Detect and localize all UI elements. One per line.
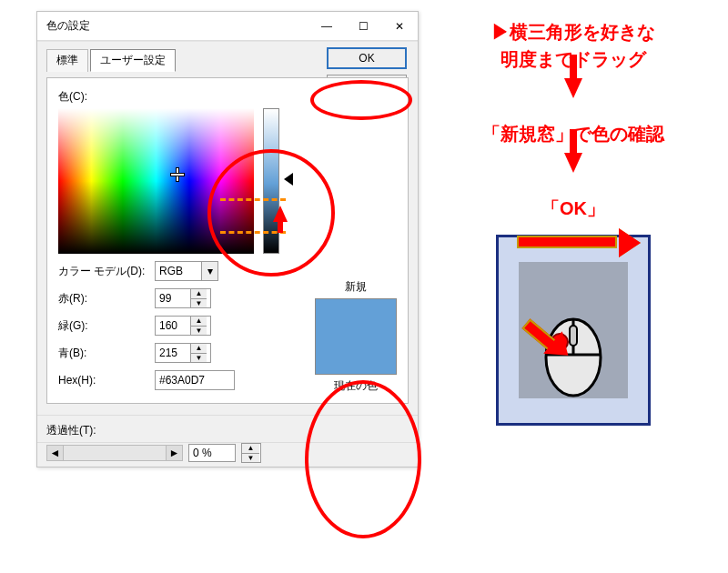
blue-stepper[interactable]: ▲▼ xyxy=(155,343,211,363)
close-icon: ✕ xyxy=(395,20,404,33)
tab-standard[interactable]: 標準 xyxy=(46,49,88,72)
transparency-controls: ◄ ► 0 % ▲▼ xyxy=(37,442,418,467)
color-model-label: カラー モデル(D): xyxy=(58,264,149,279)
new-label: 新規 xyxy=(315,279,397,295)
red-input[interactable] xyxy=(156,289,190,307)
green-label: 緑(G): xyxy=(58,318,149,334)
ok-button[interactable]: OK xyxy=(327,47,407,69)
mouse-diagram xyxy=(496,235,651,426)
titlebar: 色の設定 — ☐ ✕ xyxy=(37,12,418,41)
chevron-down-icon: ▾ xyxy=(201,262,217,280)
transparency-value[interactable]: 0 % xyxy=(188,444,236,462)
custom-panel: 色(C): カラー モデル(D): RGB ▾ 赤(R): xyxy=(46,77,409,404)
maximize-button[interactable]: ☐ xyxy=(345,12,381,41)
dialog-body: 標準 ユーザー設定 OK キャンセル 色(C): カラー モデル(D): RGB xyxy=(37,41,418,415)
scroll-left-icon[interactable]: ◄ xyxy=(47,446,64,460)
spectrum-cursor-icon xyxy=(171,168,184,181)
color-label: 色(C): xyxy=(58,89,397,105)
transparency-row: 透過性(T): xyxy=(37,415,418,442)
mouse-inner xyxy=(519,262,628,398)
spin-up-icon[interactable]: ▲ xyxy=(242,444,259,454)
red-label: 赤(R): xyxy=(58,291,149,307)
annotation-dash-line xyxy=(220,231,286,234)
hex-value: #63A0D7 xyxy=(159,374,205,387)
color-settings-dialog: 色の設定 — ☐ ✕ 標準 ユーザー設定 OK キャンセル 色(C): xyxy=(36,11,419,467)
hex-input[interactable]: #63A0D7 xyxy=(155,370,235,390)
spin-up-icon[interactable]: ▲ xyxy=(191,289,207,299)
transparency-stepper[interactable]: ▲▼ xyxy=(241,443,261,463)
scroll-right-icon[interactable]: ► xyxy=(166,446,182,460)
new-color-swatch xyxy=(315,298,397,375)
drag-arrow-icon xyxy=(517,234,635,252)
guide-text-1: ▶横三角形を好きな xyxy=(437,18,710,45)
hex-label: Hex(H): xyxy=(58,374,149,387)
color-model-select[interactable]: RGB ▾ xyxy=(155,261,218,281)
current-label: 現在の色 xyxy=(315,378,397,394)
green-input[interactable] xyxy=(156,317,190,335)
down-arrow-icon xyxy=(564,153,582,173)
spin-down-icon[interactable]: ▼ xyxy=(191,327,207,336)
blue-label: 青(B): xyxy=(58,346,149,361)
spin-down-icon[interactable]: ▼ xyxy=(191,354,207,363)
blue-input[interactable] xyxy=(156,344,190,362)
transparency-label: 透過性(T): xyxy=(46,423,96,438)
green-stepper[interactable]: ▲▼ xyxy=(155,316,211,336)
color-model-row: カラー モデル(D): RGB ▾ xyxy=(58,261,397,281)
tab-custom[interactable]: ユーザー設定 xyxy=(90,49,176,72)
color-model-value: RGB xyxy=(156,265,201,277)
transparency-text: 0 % xyxy=(193,447,212,459)
minimize-button[interactable]: — xyxy=(308,12,345,41)
swatch-area: 新規 現在の色 xyxy=(315,279,397,394)
minimize-icon: — xyxy=(321,20,332,33)
close-button[interactable]: ✕ xyxy=(381,12,418,41)
transparency-slider[interactable]: ◄ ► xyxy=(46,445,183,461)
spin-down-icon[interactable]: ▼ xyxy=(242,454,259,463)
annotation-dash-line xyxy=(220,198,286,201)
annotation-up-arrow-icon xyxy=(273,206,288,222)
maximize-icon: ☐ xyxy=(359,20,369,33)
red-stepper[interactable]: ▲▼ xyxy=(155,288,211,308)
spin-up-icon[interactable]: ▲ xyxy=(191,317,207,327)
guide-text-4: 「OK」 xyxy=(437,195,710,222)
guide-panel: ▶横三角形を好きな 明度までドラッグ 「新規窓」で色の確認 「OK」 xyxy=(437,18,710,426)
luminance-marker-icon[interactable] xyxy=(284,173,293,186)
window-title: 色の設定 xyxy=(37,18,308,34)
spin-down-icon[interactable]: ▼ xyxy=(191,299,207,308)
spin-up-icon[interactable]: ▲ xyxy=(191,344,207,354)
down-arrow-icon xyxy=(564,78,582,98)
